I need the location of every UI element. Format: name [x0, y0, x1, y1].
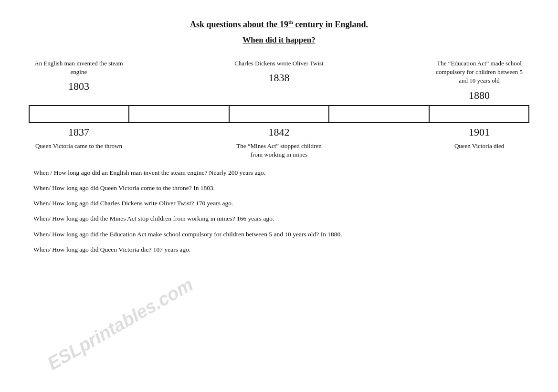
top-description-0: An English man invented the steam engine — [34, 60, 123, 75]
qa-item-1: When/ How long ago did Queen Victoria co… — [33, 183, 525, 193]
watermark: ESLprintables.com — [44, 275, 197, 374]
bar-segment-3 — [329, 106, 429, 122]
bar-segment-2 — [230, 106, 329, 122]
bottom-year-4: 1901 — [432, 125, 527, 140]
bottom-cell-2: 1842 The “Mines Act” stopped children fr… — [229, 125, 329, 159]
timeline: An English man invented the steam engine… — [29, 59, 529, 159]
bar-segment-4 — [430, 106, 528, 122]
timeline-top-row: An English man invented the steam engine… — [29, 59, 529, 103]
top-cell-1 — [129, 59, 229, 103]
top-cell-3 — [329, 59, 429, 103]
qa-item-3: When/ How long ago did the Mines Act sto… — [33, 214, 525, 223]
qa-section: When / How long ago did an English man i… — [29, 168, 529, 255]
bottom-description-4: Queen Victoria died — [454, 142, 504, 149]
bottom-description-0: Queen Victoria came to the thrown — [35, 142, 122, 149]
bottom-cell-1 — [129, 125, 229, 159]
bottom-description-2: The “Mines Act” stopped children from wo… — [236, 142, 321, 158]
top-cell-0: An English man invented the steam engine… — [29, 59, 129, 103]
qa-item-5: When/ How long ago did Queen Victoria di… — [33, 245, 525, 254]
title-sup: th — [288, 19, 293, 25]
bottom-cell-4: 1901 Queen Victoria died — [429, 125, 529, 159]
page-title: Ask questions about the 19th century in … — [29, 19, 529, 30]
top-description-4: The “Education Act” made school compulso… — [436, 60, 523, 84]
timeline-bar — [29, 105, 529, 123]
qa-item-0: When / How long ago did an English man i… — [33, 168, 525, 178]
bottom-year-2: 1842 — [232, 125, 327, 140]
qa-item-4: When/ How long ago did the Education Act… — [33, 230, 525, 239]
title-end: century in England. — [293, 20, 368, 29]
top-description-2: Charles Dickens wrote Oliver Twist — [234, 60, 324, 67]
bottom-cell-3 — [329, 125, 429, 159]
top-cell-2: Charles Dickens wrote Oliver Twist 1838 — [229, 59, 329, 103]
top-year-4: 1880 — [432, 88, 527, 103]
bar-segment-0 — [30, 106, 129, 122]
qa-item-2: When/ How long ago did Charles Dickens w… — [33, 199, 525, 208]
top-cell-4: The “Education Act” made school compulso… — [429, 59, 529, 103]
timeline-bottom-row: 1837 Queen Victoria came to the thrown 1… — [29, 125, 529, 159]
title-text: Ask questions about the 19 — [190, 20, 288, 29]
top-year-0: 1803 — [31, 79, 126, 94]
top-year-2: 1838 — [232, 71, 327, 85]
bar-segment-1 — [129, 106, 229, 122]
bottom-year-0: 1837 — [31, 125, 126, 140]
page-subtitle: When did it happen? — [29, 35, 529, 45]
bottom-cell-0: 1837 Queen Victoria came to the thrown — [29, 125, 129, 159]
